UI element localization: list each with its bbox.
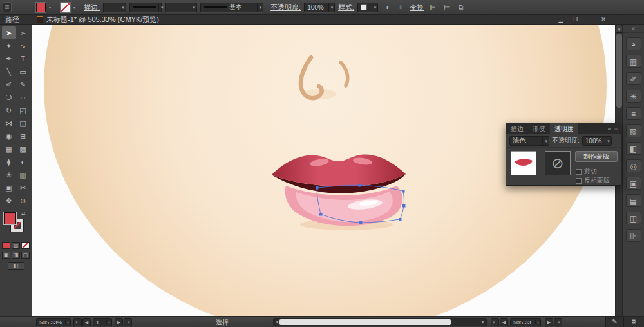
gradient-panel-icon[interactable]: ▧ (626, 124, 641, 137)
rectangle-tool[interactable]: ▭ (16, 65, 30, 78)
fill-color-swatch[interactable] (36, 3, 46, 12)
stroke-weight-combo[interactable]: ▾ (103, 3, 126, 12)
panel-grip-icon[interactable]: ▥ (3, 2, 12, 12)
lasso-tool[interactable]: ∿ (16, 39, 30, 52)
tab-gradient[interactable]: 渐变 (528, 123, 550, 134)
transform-link[interactable]: 变换 (410, 3, 424, 12)
window-restore-button[interactable]: ❐ (569, 15, 581, 24)
brush-stroke-combo[interactable]: 基本▾ (200, 3, 263, 12)
zoom-combo-right[interactable]: 505.33▾ (510, 318, 541, 326)
width-profile-combo[interactable]: ▾ (129, 3, 162, 12)
horizontal-scrollbar[interactable]: ◀ ▶ (273, 318, 487, 326)
style-link[interactable]: 样式: (338, 3, 354, 12)
document-setup-icon[interactable]: ⌗ (395, 2, 406, 13)
tab-transparency[interactable]: 透明度 (550, 123, 578, 134)
stroke-panel-icon[interactable]: ≡ (626, 107, 641, 120)
layers-panel-icon[interactable]: ▤ (626, 194, 641, 207)
brushes-panel-icon[interactable]: ✐ (626, 72, 641, 85)
scale-tool[interactable]: ◰ (16, 104, 30, 117)
gradient-button[interactable]: ▨ (12, 242, 20, 249)
style-combo[interactable]: ▾ (357, 3, 378, 12)
color-panel-icon[interactable]: ◕ (626, 37, 641, 50)
zoom-tool[interactable]: ⊕ (16, 194, 30, 207)
object-thumbnail[interactable] (511, 151, 536, 175)
anchor-point[interactable] (359, 221, 363, 224)
graphic-styles-panel-icon[interactable]: ▣ (626, 177, 641, 190)
screen-mode-icon[interactable]: ◧ (8, 262, 24, 270)
last-artboard-icon[interactable]: ⇥ (124, 318, 132, 326)
draw-normal-icon[interactable]: ▣ (2, 252, 10, 259)
align-vertical-icon[interactable]: ⊨ (441, 2, 452, 13)
recolor-artwork-icon[interactable]: ◑ (381, 2, 392, 13)
eyedropper-tool[interactable]: ⧫ (2, 155, 16, 168)
direct-selection-tool[interactable]: ➢ (16, 26, 30, 39)
artboards-panel-icon[interactable]: ◫ (626, 212, 641, 224)
note-icon[interactable]: ✎ (605, 317, 623, 327)
h-scrollbar-thumb[interactable] (279, 319, 451, 325)
swatches-panel-icon[interactable]: ▦ (626, 55, 641, 68)
brush-definition-combo[interactable]: ▾ (165, 3, 197, 12)
expand-panels-icon[interactable]: « (623, 25, 644, 33)
blob-brush-tool[interactable]: ❍ (2, 91, 16, 104)
anchor-point[interactable] (402, 190, 405, 193)
fill-dropdown-icon[interactable]: ▾ (49, 5, 51, 10)
artboard-combo[interactable]: 1▾ (93, 318, 112, 326)
selection-tool[interactable]: ➤ (2, 26, 16, 39)
color-button[interactable] (2, 242, 10, 249)
tools-icon[interactable]: ⚙ (623, 317, 644, 327)
prev-artboard-icon[interactable]: ◀ (500, 318, 508, 326)
swap-fill-stroke-icon[interactable]: ⇄ (21, 211, 26, 217)
symbols-panel-icon[interactable]: ✳ (626, 90, 641, 103)
collapse-panel-icon[interactable]: « (608, 126, 611, 132)
stroke-color-swatch[interactable] (61, 3, 70, 12)
mask-thumbnail[interactable]: ⊘ (545, 151, 571, 175)
first-artboard-icon[interactable]: ⇤ (73, 318, 82, 326)
magic-wand-tool[interactable]: ✦ (2, 39, 16, 52)
panel-menu-icon[interactable]: ≡ (614, 126, 618, 132)
perspective-grid-tool[interactable]: ⊞ (16, 130, 30, 143)
arrange-icon[interactable]: ⧉ (455, 2, 466, 13)
tab-stroke[interactable]: 描边 (506, 123, 528, 134)
last-artboard-icon[interactable]: ⇥ (554, 318, 562, 326)
draw-inside-icon[interactable]: ▢ (21, 252, 30, 259)
anchor-point[interactable] (402, 204, 406, 208)
transparency-panel-icon[interactable]: ◧ (626, 142, 641, 155)
eraser-tool[interactable]: ▱ (16, 91, 30, 104)
shape-builder-tool[interactable]: ◉ (2, 130, 16, 143)
draw-behind-icon[interactable]: ◨ (12, 252, 20, 259)
scroll-left-icon[interactable]: ◀ (274, 319, 279, 326)
document-tab-title[interactable]: 未标题-1* @ 505.33% (CMYK/预览) (46, 15, 159, 24)
opacity-combo[interactable]: 100%▾ (304, 3, 335, 12)
fill-indicator[interactable] (4, 212, 16, 224)
blend-tool[interactable]: ◐ (16, 155, 30, 168)
anchor-point[interactable] (358, 184, 361, 187)
invert-mask-checkbox[interactable] (576, 178, 582, 184)
free-transform-tool[interactable]: ◱ (16, 117, 30, 130)
prev-artboard-icon[interactable]: ◀ (82, 318, 91, 326)
blend-mode-combo[interactable]: 滤色▾ (509, 136, 549, 146)
mesh-tool[interactable]: ▦ (2, 143, 16, 155)
rotate-tool[interactable]: ↻ (2, 104, 16, 117)
width-tool[interactable]: ⋈ (2, 117, 16, 130)
opacity-link[interactable]: 不透明度: (270, 3, 301, 12)
v-scrollbar-thumb[interactable] (616, 34, 622, 108)
hand-tool[interactable]: ✥ (2, 194, 16, 207)
column-graph-tool[interactable]: ▥ (16, 168, 30, 181)
paintbrush-tool[interactable]: ✐ (2, 78, 16, 91)
panel-opacity-combo[interactable]: 100%▾ (582, 136, 612, 146)
slice-tool[interactable]: ✂ (16, 181, 30, 194)
window-close-button[interactable]: ✕ (598, 15, 609, 24)
gradient-tool[interactable]: ▩ (16, 143, 30, 155)
next-artboard-icon[interactable]: ▶ (545, 318, 553, 326)
window-minimize-button[interactable]: ▁ (555, 15, 567, 24)
appearance-panel-icon[interactable]: ◎ (626, 159, 641, 172)
line-segment-tool[interactable]: ╲ (2, 65, 16, 78)
align-horizontal-icon[interactable]: ⊩ (427, 2, 438, 13)
type-tool[interactable]: T (16, 52, 30, 65)
align-panel-icon[interactable]: ⊪ (626, 229, 641, 242)
scroll-right-icon[interactable]: ▶ (480, 319, 486, 326)
zoom-combo[interactable]: 505.33%▾ (36, 318, 71, 326)
clip-checkbox[interactable] (576, 169, 582, 175)
artboard-tool[interactable]: ▣ (2, 181, 16, 194)
anchor-point[interactable] (316, 186, 319, 190)
